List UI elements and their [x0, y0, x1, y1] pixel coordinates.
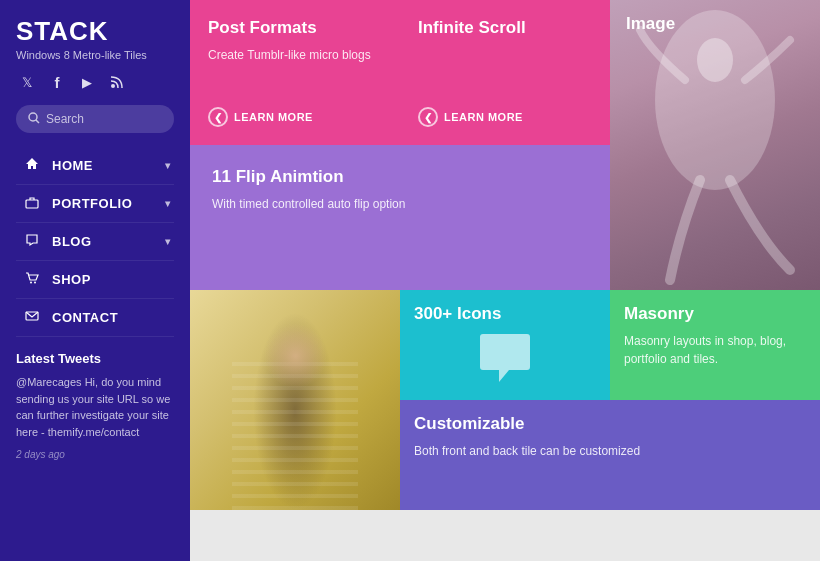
svg-point-1 — [29, 113, 37, 121]
tweets-heading: Latest Tweets — [16, 351, 174, 366]
main-content: Post Formats Create Tumblr-like micro bl… — [190, 0, 820, 561]
svg-line-2 — [36, 120, 39, 123]
post-formats-desc: Create Tumblr-like micro blogs — [208, 46, 382, 95]
sidebar: STACK Windows 8 Metro-like Tiles 𝕏 f ▶ H… — [0, 0, 190, 561]
facebook-icon[interactable]: f — [46, 71, 68, 93]
twitter-icon[interactable]: 𝕏 — [16, 71, 38, 93]
search-input[interactable] — [46, 112, 162, 126]
envelope-icon — [22, 309, 42, 326]
briefcase-icon — [22, 195, 42, 212]
search-icon — [28, 110, 40, 128]
nav-label-portfolio: PORTFOLIO — [52, 196, 132, 211]
tile-photo — [190, 290, 400, 510]
flip-title: 11 Flip Animtion — [212, 167, 588, 187]
customizable-desc: Both front and back tile can be customiz… — [414, 442, 806, 496]
svg-point-4 — [30, 282, 32, 284]
tile-image: Image — [610, 0, 820, 290]
nav-arrow-home: ▾ — [165, 160, 171, 171]
nav-item-shop[interactable]: SHOP — [16, 261, 174, 299]
nav-arrow-portfolio: ▾ — [165, 198, 171, 209]
post-formats-learn-more-label: LEARN MORE — [234, 111, 313, 123]
dancer-figure — [610, 0, 820, 290]
cart-icon — [22, 271, 42, 288]
nav-item-portfolio[interactable]: PORTFOLIO ▾ — [16, 185, 174, 223]
infinite-scroll-learn-more-label: LEARN MORE — [444, 111, 523, 123]
flip-desc: With timed controlled auto flip option — [212, 195, 588, 268]
nav-menu: HOME ▾ PORTFOLIO ▾ BLOG ▾ SHOP — [16, 147, 174, 337]
svg-point-0 — [111, 84, 115, 88]
youtube-icon[interactable]: ▶ — [76, 71, 98, 93]
masonry-title: Masonry — [624, 304, 806, 324]
svg-point-8 — [697, 38, 733, 82]
post-formats-learn-more[interactable]: ❮ LEARN MORE — [208, 107, 382, 127]
tile-post-formats: Post Formats Create Tumblr-like micro bl… — [190, 0, 400, 145]
learn-more-arrow-icon: ❮ — [208, 107, 228, 127]
nav-arrow-blog: ▾ — [165, 236, 171, 247]
tile-infinite-scroll: Infinite Scroll ❮ LEARN MORE — [400, 0, 610, 145]
post-formats-title: Post Formats — [208, 18, 382, 38]
image-tile-title: Image — [626, 14, 675, 34]
nav-label-blog: BLOG — [52, 234, 92, 249]
social-icons: 𝕏 f ▶ — [16, 71, 174, 93]
tile-flip: 11 Flip Animtion With timed controlled a… — [190, 145, 610, 290]
home-icon — [22, 157, 42, 174]
nav-label-shop: SHOP — [52, 272, 91, 287]
svg-rect-3 — [26, 200, 38, 208]
infinite-scroll-learn-more[interactable]: ❮ LEARN MORE — [418, 107, 592, 127]
rss-icon[interactable] — [106, 71, 128, 93]
tile-masonry: Masonry Masonry layouts in shop, blog, p… — [610, 290, 820, 400]
customizable-title: Customizable — [414, 414, 806, 434]
comment-icon — [22, 233, 42, 250]
infinite-scroll-title: Infinite Scroll — [418, 18, 592, 38]
icons-title: 300+ Icons — [414, 304, 596, 324]
tweet-time: 2 days ago — [16, 449, 65, 460]
search-bar[interactable] — [16, 105, 174, 133]
masonry-desc: Masonry layouts in shop, blog, portfolio… — [624, 332, 806, 386]
brand-title: STACK — [16, 16, 174, 47]
nav-item-blog[interactable]: BLOG ▾ — [16, 223, 174, 261]
svg-point-7 — [655, 10, 775, 190]
nav-item-home[interactable]: HOME ▾ — [16, 147, 174, 185]
chat-icon — [475, 332, 535, 387]
tweet-text: @Marecages Hi, do you mind sending us yo… — [16, 374, 174, 440]
tile-group-right: 300+ Icons Masonry Masonry layouts in sh… — [400, 290, 820, 510]
nav-label-contact: CONTACT — [52, 310, 118, 325]
learn-more-arrow-icon-2: ❮ — [418, 107, 438, 127]
latest-tweets: Latest Tweets @Marecages Hi, do you mind… — [16, 351, 174, 462]
tile-customizable: Customizable Both front and back tile ca… — [400, 400, 820, 510]
svg-point-5 — [34, 282, 36, 284]
nav-label-home: HOME — [52, 158, 93, 173]
brand-subtitle: Windows 8 Metro-like Tiles — [16, 49, 174, 61]
nav-item-contact[interactable]: CONTACT — [16, 299, 174, 337]
tile-icons: 300+ Icons — [400, 290, 610, 400]
infinite-scroll-desc — [418, 46, 592, 95]
